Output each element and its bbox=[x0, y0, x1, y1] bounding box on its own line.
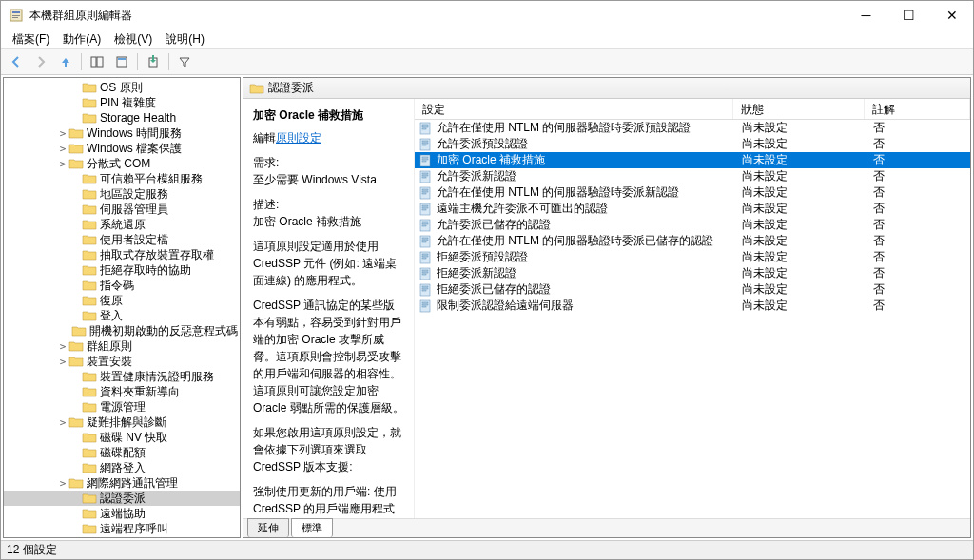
tree-item[interactable]: 指令碼 bbox=[4, 278, 240, 293]
expand-icon[interactable]: > bbox=[57, 477, 68, 490]
minimize-button[interactable]: ─ bbox=[845, 1, 887, 29]
tree-item[interactable]: >群組原則 bbox=[4, 338, 240, 354]
tree-item[interactable]: 網路登入 bbox=[4, 460, 240, 475]
menu-file[interactable]: 檔案(F) bbox=[7, 29, 55, 49]
filter-button[interactable] bbox=[173, 50, 196, 73]
tree-item[interactable]: 增強的存放區存取 bbox=[4, 536, 240, 538]
policy-row[interactable]: 加密 Oracle 補救措施尚未設定否 bbox=[415, 152, 970, 168]
expand-icon[interactable]: > bbox=[57, 127, 68, 140]
tree-label: OS 原則 bbox=[100, 80, 143, 96]
tree-item[interactable]: 裝置健康情況證明服務 bbox=[4, 369, 240, 384]
policy-row[interactable]: 允許在僅使用 NTLM 的伺服器驗證時委派預設認證尚未設定否 bbox=[415, 120, 970, 136]
tree-item[interactable]: >Windows 檔案保護 bbox=[4, 141, 240, 156]
properties-button[interactable] bbox=[110, 50, 133, 73]
tree-item[interactable]: 拒絕存取時的協助 bbox=[4, 262, 240, 278]
tree-label: 裝置健康情況證明服務 bbox=[100, 369, 214, 385]
tree-item[interactable]: 遠端程序呼叫 bbox=[4, 521, 240, 536]
tree-label: 網際網路通訊管理 bbox=[87, 475, 178, 492]
detail-title: 加密 Oracle 補救措施 bbox=[253, 106, 404, 124]
back-button[interactable] bbox=[5, 50, 28, 73]
tree-item[interactable]: 遠端協助 bbox=[4, 506, 240, 521]
policy-name: 限制委派認證給遠端伺服器 bbox=[437, 298, 734, 314]
tree-item[interactable]: 資料夾重新導向 bbox=[4, 384, 240, 399]
svg-rect-46 bbox=[422, 270, 428, 271]
col-comment[interactable]: 註解 bbox=[865, 99, 970, 119]
menu-view[interactable]: 檢視(V) bbox=[108, 29, 158, 49]
policy-row[interactable]: 拒絕委派預設認證尚未設定否 bbox=[415, 249, 970, 265]
tree-item[interactable]: >分散式 COM bbox=[4, 156, 240, 171]
expand-icon[interactable]: > bbox=[57, 416, 68, 429]
tree-item[interactable]: >疑難排解與診斷 bbox=[4, 415, 240, 430]
close-button[interactable]: ✕ bbox=[930, 1, 973, 29]
policy-name: 允許在僅使用 NTLM 的伺服器驗證時委派預設認證 bbox=[437, 120, 734, 136]
tree-item[interactable]: 登入 bbox=[4, 308, 240, 323]
tree-item[interactable]: PIN 複雜度 bbox=[4, 95, 240, 110]
show-hide-tree-button[interactable] bbox=[86, 50, 108, 73]
policy-comment: 否 bbox=[866, 201, 970, 217]
policy-row[interactable]: 允許在僅使用 NTLM 的伺服器驗證時委派已儲存的認證尚未設定否 bbox=[415, 233, 970, 249]
edit-policy-link[interactable]: 原則設定 bbox=[276, 131, 321, 145]
panel-header: 認證委派 bbox=[244, 78, 970, 99]
svg-rect-3 bbox=[12, 17, 18, 18]
main-window: 本機群組原則編輯器 ─ ☐ ✕ 檔案(F) 動作(A) 檢視(V) 說明(H) … bbox=[0, 0, 974, 560]
tree-item[interactable]: 認證委派 bbox=[4, 491, 240, 506]
tree-label: 分散式 COM bbox=[87, 156, 150, 172]
tree-item[interactable]: 磁碟配額 bbox=[4, 445, 240, 460]
policy-row[interactable]: 拒絕委派已儲存的認證尚未設定否 bbox=[415, 281, 970, 298]
tree-item[interactable]: 伺服器管理員 bbox=[4, 202, 240, 217]
tree-item[interactable]: 磁碟 NV 快取 bbox=[4, 430, 240, 445]
policy-comment: 否 bbox=[866, 265, 970, 281]
tree-item[interactable]: >裝置安裝 bbox=[4, 354, 240, 369]
tree-item[interactable]: >網際網路通訊管理 bbox=[4, 475, 240, 491]
expand-icon[interactable]: > bbox=[57, 356, 68, 368]
svg-rect-18 bbox=[422, 157, 428, 158]
policy-name: 允許在僅使用 NTLM 的伺服器驗證時委派新認證 bbox=[437, 184, 734, 201]
tab-standard[interactable]: 標準 bbox=[291, 518, 333, 537]
tree-item[interactable]: Storage Health bbox=[4, 110, 240, 126]
menu-action[interactable]: 動作(A) bbox=[57, 29, 107, 49]
expand-icon[interactable]: > bbox=[57, 158, 68, 170]
tree-label: 開機初期啟動的反惡意程式碼 bbox=[89, 323, 238, 339]
policy-comment: 否 bbox=[866, 184, 970, 201]
policy-row[interactable]: 拒絕委派新認證尚未設定否 bbox=[415, 265, 970, 281]
tree-item[interactable]: 可信賴平台模組服務 bbox=[4, 171, 240, 186]
policy-state: 尚未設定 bbox=[734, 168, 866, 184]
policy-row[interactable]: 允許委派新認證尚未設定否 bbox=[415, 168, 970, 184]
svg-rect-31 bbox=[422, 207, 428, 208]
tree-item[interactable]: 復原 bbox=[4, 293, 240, 308]
tree-item[interactable]: 電源管理 bbox=[4, 399, 240, 415]
tree-item[interactable]: 系統還原 bbox=[4, 217, 240, 232]
status-bar: 12 個設定 bbox=[1, 540, 973, 559]
export-button[interactable] bbox=[142, 50, 165, 73]
policy-row[interactable]: 允許委派已儲存的認證尚未設定否 bbox=[415, 217, 970, 233]
svg-rect-1 bbox=[12, 11, 20, 13]
policy-row[interactable]: 允許委派預設認證尚未設定否 bbox=[415, 136, 970, 152]
policy-row[interactable]: 遠端主機允許委派不可匯出的認證尚未設定否 bbox=[415, 201, 970, 217]
policy-list[interactable]: 設定 狀態 註解 允許在僅使用 NTLM 的伺服器驗證時委派預設認證尚未設定否允… bbox=[415, 99, 970, 518]
up-button[interactable] bbox=[54, 50, 77, 73]
policy-comment: 否 bbox=[866, 249, 970, 265]
tree-label: 疑難排解與診斷 bbox=[87, 415, 166, 431]
policy-row[interactable]: 允許在僅使用 NTLM 的伺服器驗證時委派新認證尚未設定否 bbox=[415, 184, 970, 201]
svg-rect-56 bbox=[422, 306, 426, 307]
expand-icon[interactable]: > bbox=[57, 143, 68, 155]
tree-item[interactable]: 開機初期啟動的反惡意程式碼 bbox=[4, 323, 240, 338]
tree-item[interactable]: OS 原則 bbox=[4, 80, 240, 95]
menu-help[interactable]: 說明(H) bbox=[160, 29, 210, 49]
tree-item[interactable]: >Windows 時間服務 bbox=[4, 126, 240, 141]
toolbar bbox=[1, 48, 973, 75]
col-state[interactable]: 狀態 bbox=[733, 99, 865, 119]
tab-extended[interactable]: 延伸 bbox=[247, 518, 289, 537]
expand-icon[interactable]: > bbox=[57, 340, 68, 353]
policy-row[interactable]: 限制委派認證給遠端伺服器尚未設定否 bbox=[415, 298, 970, 314]
policy-state: 尚未設定 bbox=[734, 298, 866, 314]
forward-button[interactable] bbox=[29, 50, 52, 73]
maximize-button[interactable]: ☐ bbox=[887, 1, 930, 29]
policy-name: 遠端主機允許委派不可匯出的認證 bbox=[437, 201, 734, 217]
navigation-tree[interactable]: OS 原則PIN 複雜度Storage Health>Windows 時間服務>… bbox=[3, 77, 241, 538]
svg-rect-16 bbox=[422, 145, 426, 145]
tree-item[interactable]: 使用者設定檔 bbox=[4, 232, 240, 247]
col-setting[interactable]: 設定 bbox=[415, 99, 733, 119]
tree-item[interactable]: 地區設定服務 bbox=[4, 186, 240, 202]
tree-item[interactable]: 抽取式存放裝置存取權 bbox=[4, 247, 240, 262]
